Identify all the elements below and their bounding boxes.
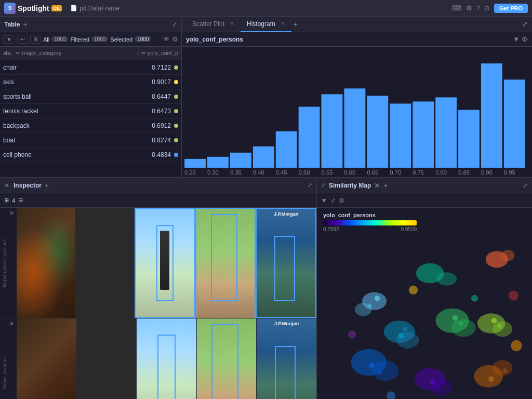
titlebar-actions: ⌨ ⚙ ? ⊙ Get PRO xyxy=(452,4,528,13)
histogram-settings-icon[interactable]: ⚙ xyxy=(522,35,528,43)
table-add-tab-button[interactable]: + xyxy=(23,20,27,29)
dot-tennis-racket xyxy=(174,109,178,113)
bar-0.35[interactable] xyxy=(230,153,251,168)
filtered-count-badge: 1000 xyxy=(91,36,108,42)
img-room-2 xyxy=(17,318,76,399)
histogram-close[interactable]: ✕ xyxy=(281,20,285,27)
undo-button[interactable]: ↩ xyxy=(17,35,28,44)
bbox-tennis-2 xyxy=(211,324,238,399)
scatter-plot-close[interactable]: ✕ xyxy=(230,20,234,27)
similarity-expand-button[interactable]: ⤢ xyxy=(523,182,528,189)
bar-0.50[interactable] xyxy=(299,107,320,167)
histogram-filter-icon[interactable]: ▼ xyxy=(513,35,520,43)
inspector-grid-icon[interactable]: ⊞ xyxy=(4,197,9,204)
img-room-heatmap-1 xyxy=(17,208,75,318)
bar-0.60[interactable] xyxy=(344,88,365,168)
similarity-add-tab-button[interactable]: + xyxy=(383,181,388,190)
filter-icon: ▼ xyxy=(6,36,12,43)
logo-icon: S xyxy=(4,3,16,14)
bar-0.75[interactable] xyxy=(413,101,434,168)
bar-0.85[interactable] xyxy=(458,110,480,167)
tab-scatter-plot[interactable]: Scatter Plot ✕ xyxy=(186,17,241,32)
cluster-lower-right-2 xyxy=(493,360,513,376)
top-row: Table + ⤢ ▼ ↩ ⊞ All 1000 Filtered 1000 S… xyxy=(0,17,532,178)
dot-c10 xyxy=(378,370,382,375)
table-row[interactable]: skis 0.9017 xyxy=(0,75,181,89)
dot-c4 xyxy=(403,327,407,331)
help-icon[interactable]: ? xyxy=(476,4,480,12)
github-icon[interactable]: ⊙ xyxy=(484,4,490,12)
table-row[interactable]: chair 0.7122 xyxy=(0,60,181,75)
keyboard-shortcuts-icon[interactable]: ⌨ xyxy=(452,4,462,12)
cell-value-tennis-racket: 0.6473 xyxy=(129,108,171,115)
bar-0.40[interactable] xyxy=(253,147,274,168)
dot-scattered-4 xyxy=(348,330,356,338)
histogram-svg: 0.25 0.30 0.35 0.40 0.45 0.50 0.55 0.60 … xyxy=(182,47,532,177)
histogram-add-tab-button[interactable]: + xyxy=(294,20,298,29)
table-settings-icon[interactable]: ⚙ xyxy=(172,35,178,43)
tab-histogram[interactable]: Histogram ✕ xyxy=(241,17,291,32)
image-cell-b3 xyxy=(137,318,197,399)
img-skier xyxy=(136,209,194,317)
filtered-label: Filtered xyxy=(70,36,89,43)
bar-0.95[interactable] xyxy=(504,79,525,168)
inspector-header: ✕ Inspector + ⤢ xyxy=(0,178,316,193)
inspector-close-button[interactable]: ✕ xyxy=(4,182,9,189)
dot-cell-phone xyxy=(174,153,178,157)
similarity-filter-icon[interactable]: ▼ xyxy=(321,197,327,204)
table-row[interactable]: tennis racket 0.6473 xyxy=(0,104,181,118)
x-label-0.50: 0.50 xyxy=(299,169,310,176)
cell-value-sports-ball: 0.6447 xyxy=(129,93,171,100)
dot-c12 xyxy=(436,387,441,392)
bar-0.90[interactable] xyxy=(481,63,502,168)
table-body: chair 0.7122 skis 0.9017 sports ball 0.6… xyxy=(0,60,181,177)
similarity-fullscreen-icon[interactable]: ⤢ xyxy=(330,197,336,204)
add-column-button[interactable]: ⊞ xyxy=(30,35,41,44)
bar-0.65[interactable] xyxy=(367,96,388,168)
dot-scattered-5 xyxy=(509,290,518,300)
row-close-bottom-button[interactable]: ✕ xyxy=(9,321,14,327)
bar-0.45[interactable] xyxy=(276,131,297,168)
dot-chair xyxy=(174,65,178,70)
inspector-layout-icon[interactable]: ⊟ xyxy=(18,197,23,204)
edition-badge: CE xyxy=(51,5,62,11)
similarity-expand-icon[interactable]: ⤢ xyxy=(321,182,326,189)
x-label-0.55: 0.55 xyxy=(322,169,333,176)
table-row[interactable]: backpack 0.6912 xyxy=(0,118,181,133)
cluster-center-2 xyxy=(451,319,475,337)
table-row[interactable]: sports ball 0.6447 xyxy=(0,89,181,104)
filter-button[interactable]: ▼ xyxy=(3,35,15,44)
table-visibility-icon[interactable]: 👁 xyxy=(163,35,170,43)
image-cell-5-highlighted: J.P.Morgan xyxy=(256,208,316,318)
image-row-top: J.P.Morgan xyxy=(17,208,316,318)
inspector-add-tab-button[interactable]: + xyxy=(45,181,49,190)
image-cell-2 xyxy=(76,208,135,318)
inspector-expand-button[interactable]: ⤢ xyxy=(308,182,312,189)
settings-icon[interactable]: ⚙ xyxy=(466,4,472,12)
court-text: J.P.Morgan xyxy=(274,211,298,217)
similarity-close-tab[interactable]: ✕ xyxy=(374,181,380,190)
table-row[interactable]: boat 0.8274 xyxy=(0,133,181,148)
bar-0.55[interactable] xyxy=(322,94,343,168)
col-header-yolo-conf[interactable]: ↕ ✏ yolo_conf_p xyxy=(137,50,178,57)
bar-0.80[interactable] xyxy=(435,97,457,168)
table-expand-button[interactable]: ⤢ xyxy=(172,21,177,28)
bar-0.30[interactable] xyxy=(207,157,229,168)
bar-0.70[interactable] xyxy=(390,103,411,167)
x-label-0.80: 0.80 xyxy=(435,169,447,176)
dot-c5 xyxy=(453,315,458,321)
dot-boat xyxy=(174,138,178,142)
row-close-top-button[interactable]: ✕ xyxy=(9,210,14,217)
bar-0.25[interactable] xyxy=(184,159,206,168)
inspector-body: filepath,bboxs_persons bboxs_persons ✕ ✕ xyxy=(0,208,316,399)
get-pro-button[interactable]: Get PRO xyxy=(494,4,528,13)
dot-scattered-3 xyxy=(511,340,522,351)
col-header-major-category[interactable]: ✏ major_category xyxy=(16,50,132,57)
histogram-expand-button[interactable]: ⤢ xyxy=(522,20,528,28)
table-row[interactable]: cell phone 0.4834 xyxy=(0,148,181,162)
x-label-0.65: 0.65 xyxy=(367,169,378,176)
bbox-court xyxy=(274,236,295,301)
img-tennis-2 xyxy=(197,318,257,399)
similarity-column-name: yolo_conf_persons xyxy=(323,212,526,218)
similarity-settings-icon[interactable]: ⚙ xyxy=(339,197,344,204)
